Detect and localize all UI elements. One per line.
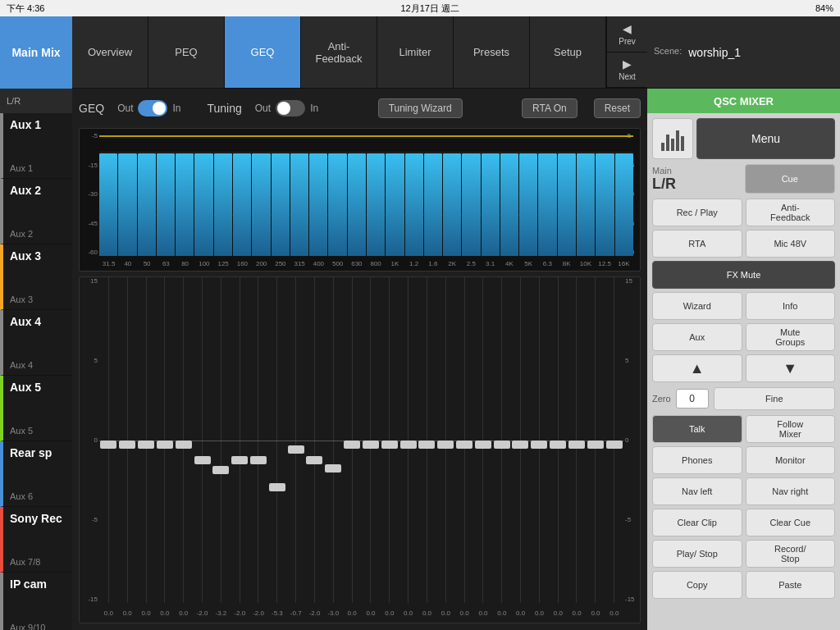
fader-knob-13[interactable] [344,441,360,449]
nav-left-button[interactable]: Nav left [652,477,742,505]
nav-right-button[interactable]: Nav right [746,477,836,505]
fader-knob-18[interactable] [437,441,454,449]
fader-knob-10[interactable] [288,445,304,454]
fader-track-4[interactable] [174,277,193,603]
fader-knob-17[interactable] [418,441,435,449]
fader-track-1[interactable] [118,277,137,603]
eq-bar-4[interactable] [176,132,194,256]
eq-bar-14[interactable] [367,132,385,256]
eq-bar-11[interactable] [309,132,327,256]
eq-bar-5[interactable] [194,132,212,256]
fader-knob-23[interactable] [531,441,547,449]
eq-bar-27[interactable] [615,132,633,256]
eq-bar-3[interactable] [157,132,175,256]
fader-track-10[interactable] [286,277,305,603]
mic48v-button[interactable]: Mic 48V [746,230,836,258]
anti-feedback-button[interactable]: Anti- Feedback [746,199,836,226]
fader-knob-9[interactable] [269,483,285,491]
eq-bar-20[interactable] [482,132,500,256]
fader-track-21[interactable] [492,277,511,603]
sidebar-item-aux1[interactable]: Aux 1 Aux 1 [0,113,72,179]
mute-groups-button[interactable]: Mute Groups [746,323,836,351]
eq-bar-19[interactable] [462,132,480,256]
fx-mute-button[interactable]: FX Mute [652,261,835,289]
fader-knob-5[interactable] [194,456,211,464]
menu-button[interactable]: Menu [696,118,835,159]
fader-knob-14[interactable] [363,441,379,449]
sidebar-item-ipcam[interactable]: IP cam Aux 9/10 [0,573,72,630]
tab-setup[interactable]: Setup [530,16,606,88]
fader-track-5[interactable] [193,277,212,603]
fader-knob-11[interactable] [306,456,322,464]
fader-track-20[interactable] [473,277,492,603]
fader-knob-8[interactable] [250,456,267,464]
nav-prev-button[interactable]: ◀ Prev [606,16,647,52]
fader-track-16[interactable] [399,277,418,603]
sidebar-item-aux3[interactable]: Aux 3 Aux 3 [0,244,72,310]
eq-bar-17[interactable] [424,132,442,256]
fader-track-12[interactable] [324,277,343,603]
eq-bar-15[interactable] [386,132,404,256]
monitor-button[interactable]: Monitor [746,446,836,474]
play-stop-button[interactable]: Play/ Stop [652,540,742,568]
copy-button[interactable]: Copy [652,571,742,599]
fader-track-22[interactable] [511,277,530,603]
fader-knob-27[interactable] [606,441,623,449]
qsc-mixer-icon[interactable] [652,118,693,159]
eq-bar-13[interactable] [348,132,366,256]
sidebar-item-aux4[interactable]: Aux 4 Aux 4 [0,310,72,376]
eq-bar-16[interactable] [405,132,423,256]
fader-knob-6[interactable] [212,466,229,474]
up-arrow-button[interactable]: ▲ [652,354,742,382]
fader-track-6[interactable] [212,277,231,603]
sidebar-item-rearsp[interactable]: Rear sp Aux 6 [0,441,72,507]
down-arrow-button[interactable]: ▼ [746,354,836,382]
fader-track-14[interactable] [362,277,381,603]
eq-bar-18[interactable] [443,132,461,256]
fader-knob-25[interactable] [568,441,585,449]
eq-bar-6[interactable] [214,132,232,256]
wizard-button[interactable]: Wizard [652,292,742,320]
eq-bar-26[interactable] [596,132,614,256]
fader-track-8[interactable] [249,277,268,603]
clear-cue-button[interactable]: Clear Cue [746,509,836,536]
fader-knob-20[interactable] [475,441,491,449]
talk-button[interactable]: Talk [652,415,742,443]
nav-next-button[interactable]: ▶ Next [606,52,647,89]
fader-knob-12[interactable] [325,464,341,472]
fader-track-17[interactable] [418,277,436,603]
eq-bar-0[interactable] [99,132,117,256]
sidebar-item-aux2[interactable]: Aux 2 Aux 2 [0,179,72,244]
fader-track-15[interactable] [380,277,399,603]
fader-knob-7[interactable] [231,456,248,464]
fader-track-23[interactable] [530,277,549,603]
cue-button[interactable]: Cue [745,164,836,194]
sidebar-item-main-mix[interactable]: Main Mix [0,16,72,89]
tuning-toggle[interactable] [276,100,305,116]
eq-bar-12[interactable] [328,132,346,256]
eq-bar-22[interactable] [519,132,537,256]
fader-track-26[interactable] [586,277,605,603]
paste-button[interactable]: Paste [746,571,836,599]
fader-knob-3[interactable] [157,441,173,449]
rta-on-button[interactable]: RTA On [522,98,578,118]
fader-knob-26[interactable] [587,441,604,449]
eq-bar-1[interactable] [118,132,136,256]
tab-antifeedback[interactable]: Anti- Feedback [301,16,377,88]
fader-track-24[interactable] [549,277,568,603]
eq-bar-24[interactable] [558,132,576,256]
tuning-wizard-button[interactable]: Tuning Wizard [378,98,463,118]
fader-knob-24[interactable] [550,441,566,449]
fader-track-27[interactable] [605,277,623,603]
fader-knob-15[interactable] [381,441,398,449]
aux-button[interactable]: Aux [652,323,742,351]
eq-bar-7[interactable] [233,132,251,256]
sidebar-item-sonyrec[interactable]: Sony Rec Aux 7/8 [0,507,72,573]
eq-bar-10[interactable] [290,132,308,256]
eq-bar-25[interactable] [577,132,595,256]
eq-bar-23[interactable] [538,132,556,256]
fader-knob-2[interactable] [138,441,154,449]
clear-clip-button[interactable]: Clear Clip [652,509,742,536]
eq-visualizer[interactable]: -5 -15 -30 -45 -60 -5 -15 -30 -45 -60 [79,128,641,272]
eq-bar-2[interactable] [138,132,156,256]
